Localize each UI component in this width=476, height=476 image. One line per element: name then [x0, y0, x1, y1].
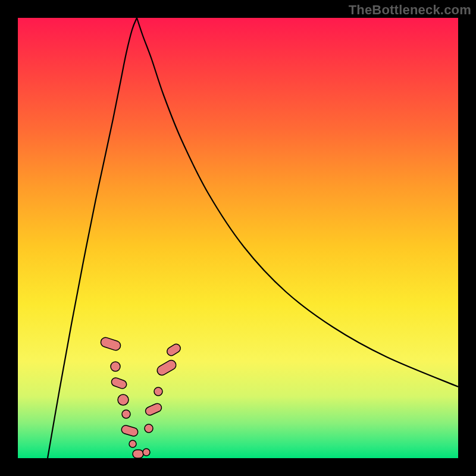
svg-rect-10 [144, 402, 162, 416]
svg-point-6 [129, 440, 136, 447]
marker-13 [165, 343, 182, 358]
marker-11 [154, 387, 162, 396]
marker-8 [143, 449, 150, 456]
marker-0 [99, 336, 121, 352]
svg-point-1 [111, 362, 120, 371]
svg-point-4 [122, 410, 130, 418]
svg-point-9 [145, 424, 153, 433]
marker-7 [133, 450, 143, 458]
marker-10 [144, 402, 162, 416]
marker-layer [99, 336, 182, 458]
marker-12 [155, 359, 177, 377]
svg-point-8 [143, 449, 150, 456]
marker-4 [122, 410, 130, 418]
curve-layer [48, 18, 458, 458]
svg-rect-12 [155, 359, 177, 377]
watermark-text: TheBottleneck.com [349, 2, 471, 18]
marker-9 [145, 424, 153, 433]
svg-rect-5 [121, 424, 139, 437]
curve-right-curve [137, 18, 458, 387]
marker-2 [110, 377, 127, 390]
bottleneck-chart [18, 18, 458, 458]
marker-6 [129, 440, 136, 447]
svg-point-11 [154, 387, 162, 396]
svg-rect-13 [165, 343, 182, 358]
marker-3 [118, 394, 129, 405]
marker-1 [111, 362, 120, 371]
svg-rect-2 [110, 377, 127, 390]
svg-rect-7 [133, 450, 143, 458]
marker-5 [121, 424, 139, 437]
curve-left-curve [48, 18, 137, 458]
svg-point-3 [118, 394, 129, 405]
svg-rect-0 [99, 336, 121, 352]
